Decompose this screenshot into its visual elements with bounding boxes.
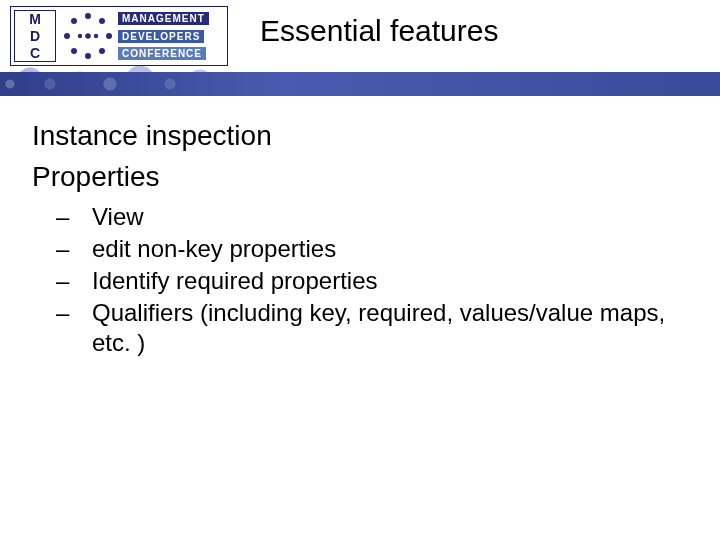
list-item-text: Identify required properties — [92, 267, 378, 294]
logo-letter: D — [30, 29, 40, 43]
list-item: –Qualifiers (including key, required, va… — [74, 298, 696, 358]
svg-point-7 — [71, 18, 77, 24]
list-item: –Identify required properties — [74, 266, 696, 296]
svg-point-2 — [106, 33, 112, 39]
header: M D C — [0, 0, 720, 72]
slide-title: Essential features — [260, 14, 498, 48]
svg-point-10 — [78, 34, 82, 38]
list-item: –View — [74, 202, 696, 232]
svg-point-6 — [64, 33, 70, 39]
logo-word: MANAGEMENT — [118, 12, 209, 25]
mdc-logo: M D C — [10, 6, 228, 66]
svg-point-0 — [85, 13, 91, 19]
list-item-text: Qualifiers (including key, required, val… — [92, 299, 665, 356]
logo-mdc-letters: M D C — [14, 10, 56, 62]
list-item-text: edit non-key properties — [92, 235, 336, 262]
header-divider-band — [0, 72, 720, 96]
body-heading-line: Properties — [32, 159, 696, 194]
svg-point-1 — [99, 18, 105, 24]
svg-point-3 — [99, 48, 105, 54]
body-heading-line: Instance inspection — [32, 118, 696, 153]
svg-point-4 — [85, 53, 91, 59]
slide-body: Instance inspection Properties –View –ed… — [32, 118, 696, 360]
logo-letter: C — [30, 46, 40, 60]
bullet-list: –View –edit non-key properties –Identify… — [74, 202, 696, 358]
svg-point-8 — [85, 33, 91, 39]
logo-word: CONFERENCE — [118, 47, 206, 60]
list-item-text: View — [92, 203, 144, 230]
logo-letter: M — [29, 12, 41, 26]
slide: M D C — [0, 0, 720, 540]
logo-words: MANAGEMENT DEVELOPERS CONFERENCE — [118, 12, 226, 60]
logo-word: DEVELOPERS — [118, 30, 204, 43]
logo-dotted-ellipse-icon — [62, 12, 114, 60]
svg-point-9 — [94, 34, 98, 38]
list-item: –edit non-key properties — [74, 234, 696, 264]
svg-point-5 — [71, 48, 77, 54]
